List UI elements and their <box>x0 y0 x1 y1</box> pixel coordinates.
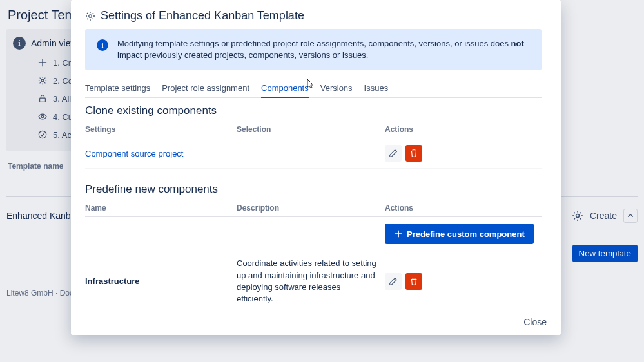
info-icon: i <box>97 39 108 51</box>
tab-versions[interactable]: Versions <box>320 79 353 97</box>
col-actions: Actions <box>385 125 542 134</box>
component-source-project-link[interactable]: Component source project <box>85 149 237 158</box>
tab-issues[interactable]: Issues <box>364 79 389 97</box>
tab-bar: Template settings Project role assignmen… <box>85 79 542 98</box>
col-description: Description <box>237 204 385 213</box>
component-desc: Coordinate activities related to setting… <box>237 258 385 305</box>
edit-button[interactable] <box>385 145 402 162</box>
predef-button-row: Predefine custom component <box>85 217 542 251</box>
col-settings: Settings <box>85 125 237 134</box>
tab-template-settings[interactable]: Template settings <box>85 79 150 97</box>
svg-point-5 <box>89 14 92 17</box>
modal-body[interactable]: i Modifying template settings or predefi… <box>85 29 561 309</box>
predefine-section-title: Predefine new components <box>85 183 542 196</box>
predef-row: Infrastructure Coordinate activities rel… <box>85 251 542 309</box>
modal-title: Settings of Enhanced Kanban Template <box>101 9 304 23</box>
settings-modal: Settings of Enhanced Kanban Template i M… <box>71 0 561 335</box>
predef-header-row: Name Description Actions <box>85 200 542 217</box>
col-name: Name <box>85 204 237 213</box>
clone-header-row: Settings Selection Actions <box>85 121 542 138</box>
tab-components[interactable]: Components <box>261 79 309 98</box>
tab-project-role-assignment[interactable]: Project role assignment <box>162 79 249 97</box>
info-banner: i Modifying template settings or predefi… <box>85 29 542 70</box>
delete-button[interactable] <box>405 273 422 290</box>
col-actions: Actions <box>385 204 542 213</box>
col-selection: Selection <box>237 125 385 134</box>
info-banner-text: Modifying template settings or predefine… <box>117 38 530 61</box>
clone-section-title: Clone existing components <box>85 104 542 117</box>
gear-icon <box>85 11 95 21</box>
component-name: Infrastructure <box>85 276 237 286</box>
predefine-custom-component-button[interactable]: Predefine custom component <box>385 224 534 244</box>
edit-button[interactable] <box>385 273 402 290</box>
modal-footer: Close <box>71 309 561 335</box>
close-button[interactable]: Close <box>523 317 547 327</box>
clone-row: Component source project <box>85 138 542 169</box>
modal-header: Settings of Enhanced Kanban Template <box>71 0 561 29</box>
delete-button[interactable] <box>405 145 422 162</box>
